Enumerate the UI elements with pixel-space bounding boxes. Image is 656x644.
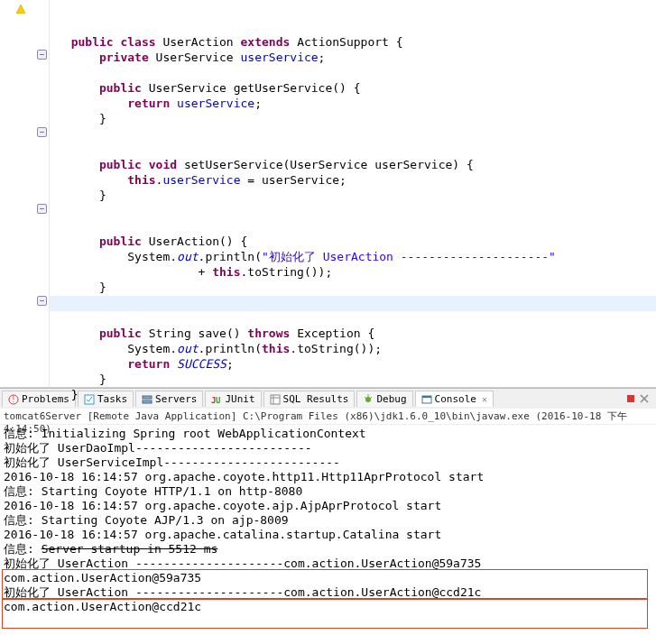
- fold-toggle-icon[interactable]: −: [37, 296, 47, 306]
- console-line: 信息: Starting Coyote HTTP/1.1 on http-808…: [4, 484, 652, 499]
- console-line: 信息: Server startup in 5512 ms: [4, 542, 652, 557]
- source-code: public class UserAction extends ActionSu…: [57, 34, 656, 402]
- console-line: 初始化了 UserAction ---------------------com…: [4, 585, 652, 600]
- console-line: 初始化了 UserAction ---------------------com…: [4, 557, 652, 571]
- console-line: 信息: Starting Coyote AJP/1.3 on ajp-8009: [4, 513, 652, 528]
- fold-toggle-icon[interactable]: −: [37, 50, 47, 60]
- java-editor[interactable]: − − − − public class UserAction extends …: [0, 0, 656, 388]
- fold-toggle-icon[interactable]: −: [37, 204, 47, 214]
- problems-icon: !: [8, 394, 19, 405]
- console-line: 初始化了 UserServiceImpl--------------------…: [4, 455, 652, 470]
- console-line: 信息: Initializing Spring root WebApplicat…: [4, 427, 652, 441]
- console-line: 2016-10-18 16:14:57 org.apache.coyote.aj…: [4, 499, 652, 513]
- svg-marker-0: [16, 5, 25, 14]
- editor-gutter: − − − −: [0, 0, 50, 387]
- console-line: com.action.UserAction@59a735: [4, 571, 652, 585]
- console-line: 初始化了 UserDaoImpl------------------------…: [4, 441, 652, 455]
- console-line: com.action.UserAction@ccd21c: [4, 600, 652, 614]
- code-body[interactable]: public class UserAction extends ActionSu…: [50, 0, 656, 387]
- console-line: 2016-10-18 16:14:57 org.apache.coyote.ht…: [4, 470, 652, 484]
- warning-marker-icon: [16, 4, 25, 13]
- console-line: 2016-10-18 16:14:57 org.apache.catalina.…: [4, 528, 652, 542]
- svg-text:!: !: [12, 396, 16, 404]
- console-output[interactable]: 信息: Initializing Spring root WebApplicat…: [0, 425, 656, 616]
- fold-toggle-icon[interactable]: −: [37, 127, 47, 137]
